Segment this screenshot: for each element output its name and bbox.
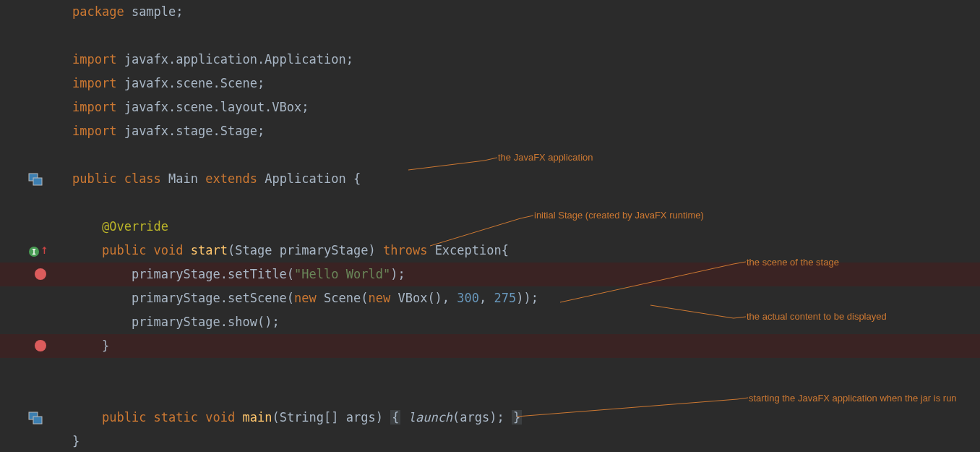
identifier: primaryStage: [132, 267, 220, 281]
keyword: import: [72, 76, 116, 90]
code-line[interactable]: import javafx.stage.Stage;: [72, 119, 980, 143]
paren: (: [287, 267, 294, 281]
code-text: javafx.scene.layout.VBox;: [116, 100, 309, 114]
override-marker-icon[interactable]: I: [29, 247, 39, 257]
number: 275: [494, 291, 517, 305]
args: (args);: [452, 410, 512, 425]
keyword: new: [294, 291, 317, 305]
keyword: extends: [198, 171, 257, 186]
method-call: setTitle: [228, 267, 287, 281]
paren: ));: [516, 291, 538, 305]
number: 300: [457, 291, 479, 305]
method-call: show: [228, 315, 257, 329]
string-literal: "Hello World": [294, 267, 390, 281]
paren: (: [287, 291, 294, 305]
dot: .: [220, 315, 228, 329]
dot: .: [220, 267, 228, 281]
paren: ): [368, 243, 375, 257]
keyword: new: [368, 291, 390, 305]
keyword: import: [72, 100, 116, 114]
type: Scene(: [317, 291, 369, 305]
annotation-label: initial Stage (created by JavaFX runtime…: [534, 210, 704, 221]
brace: }: [102, 338, 109, 353]
keyword: package: [72, 4, 124, 19]
annotation-label: the actual content to be displayed: [747, 311, 887, 322]
paren: );: [390, 267, 405, 281]
editor-gutter[interactable]: I ↑: [0, 0, 54, 452]
annotation-label: starting the JavaFX application when the…: [749, 393, 957, 404]
code-line[interactable]: package sample;: [72, 0, 980, 24]
code-line[interactable]: import javafx.scene.Scene;: [72, 72, 980, 95]
type: VBox(),: [390, 291, 457, 305]
keyword: import: [72, 52, 116, 67]
keyword: import: [72, 124, 116, 138]
svg-rect-3: [33, 417, 42, 424]
code-line[interactable]: primaryStage.setTitle("Hello World");: [72, 263, 980, 286]
keyword: public: [102, 243, 146, 257]
code-line[interactable]: [72, 24, 980, 48]
svg-rect-1: [33, 178, 42, 185]
code-line[interactable]: @Override: [72, 215, 980, 239]
code-line[interactable]: primaryStage.setScene(new Scene(new VBox…: [72, 286, 980, 310]
paren: (: [272, 410, 279, 425]
keyword: void: [146, 243, 183, 257]
type: Stage: [235, 243, 279, 257]
identifier: primaryStage: [132, 315, 220, 329]
method-name: main: [235, 410, 272, 425]
class-name: Main: [161, 171, 198, 186]
code-text: sample;: [124, 4, 184, 19]
breakpoint-icon[interactable]: [35, 268, 46, 280]
code-line[interactable]: }: [72, 430, 980, 452]
class-implements-icon[interactable]: [27, 410, 45, 427]
code-line[interactable]: public static void main(String[] args) {…: [72, 406, 980, 430]
code-line[interactable]: [72, 358, 980, 382]
keyword: void: [198, 410, 235, 425]
annotation-label: the scene of the stage: [747, 257, 839, 268]
paren: (: [228, 243, 235, 257]
code-text: javafx.stage.Stage;: [116, 124, 265, 138]
keyword: throws: [376, 243, 428, 257]
class-implements-icon[interactable]: [27, 171, 45, 189]
annotation-label: the JavaFX application: [498, 152, 593, 163]
param: primaryStage: [280, 243, 369, 257]
code-line[interactable]: import javafx.application.Application;: [72, 48, 980, 72]
code-line[interactable]: import javafx.scene.layout.VBox;: [72, 95, 980, 119]
type: Exception: [427, 243, 501, 257]
param: String[] args: [280, 410, 376, 425]
up-arrow-icon[interactable]: ↑: [40, 243, 48, 256]
keyword: class: [116, 171, 160, 186]
code-line[interactable]: }: [72, 334, 980, 358]
brace: {: [390, 410, 400, 425]
method-call: launch: [400, 410, 452, 425]
comma: ,: [479, 291, 494, 305]
code-line[interactable]: [72, 191, 980, 215]
keyword: public: [72, 171, 116, 186]
paren: ();: [257, 315, 280, 329]
dot: .: [220, 291, 228, 305]
method-name: start: [184, 243, 228, 257]
method-call: setScene: [228, 291, 287, 305]
annotation: @Override: [102, 219, 168, 234]
brace: }: [512, 410, 522, 425]
brace: {: [353, 171, 361, 186]
code-text: javafx.scene.Scene;: [116, 76, 265, 90]
identifier: primaryStage: [132, 291, 220, 305]
brace: {: [502, 243, 509, 257]
code-editor[interactable]: I ↑ package sample; import javafx.applic…: [0, 0, 980, 452]
code-text: javafx.application.Application;: [116, 52, 353, 67]
breakpoint-icon[interactable]: [35, 340, 46, 351]
keyword: public: [102, 410, 146, 425]
paren: ): [376, 410, 390, 425]
brace: }: [72, 434, 79, 448]
code-line[interactable]: public class Main extends Application {: [72, 167, 980, 191]
class-name: Application: [257, 171, 353, 186]
code-text-area[interactable]: package sample; import javafx.applicatio…: [72, 0, 980, 452]
code-line[interactable]: public void start(Stage primaryStage) th…: [72, 239, 980, 263]
keyword: static: [146, 410, 198, 425]
